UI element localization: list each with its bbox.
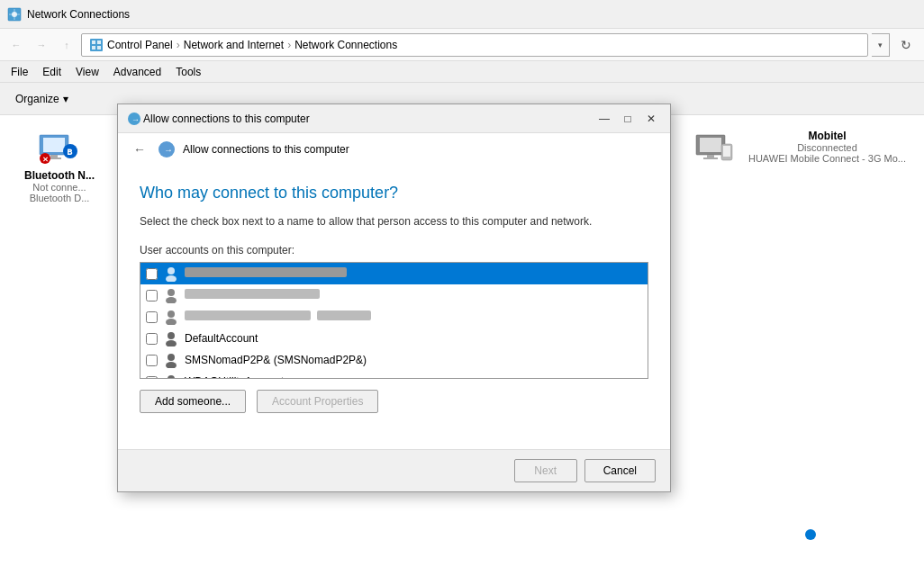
svg-point-34 (166, 340, 177, 346)
user-name-5: SMSNomadP2P& (SMSNomadP2P&) (185, 354, 367, 366)
user-name-1 (185, 267, 347, 280)
svg-text:→: → (164, 145, 173, 155)
dialog-actions: Add someone... Account Properties (140, 390, 648, 413)
user-list: DefaultAccount SMSNomadP2P& (SMSNomadP2P… (140, 262, 648, 379)
user-avatar-3 (163, 309, 179, 325)
dialog-overlay: → Allow connections to this computer — □… (0, 0, 924, 567)
user-checkbox-5[interactable] (146, 355, 158, 366)
user-avatar-4 (163, 330, 179, 346)
user-avatar-2 (163, 287, 179, 303)
user-checkbox-6[interactable] (146, 376, 158, 380)
svg-point-35 (168, 354, 175, 361)
user-avatar-5 (163, 352, 179, 368)
user-item[interactable] (140, 306, 648, 328)
dialog-nav-icon: → (158, 140, 176, 158)
user-checkbox-2[interactable] (146, 290, 158, 302)
svg-point-30 (166, 297, 177, 303)
svg-point-27 (168, 267, 175, 274)
dialog-minimize-button[interactable]: — (593, 110, 616, 128)
svg-point-33 (168, 332, 175, 339)
dialog-back-button[interactable]: ← (129, 139, 150, 160)
dialog-footer: Next Cancel (118, 449, 670, 491)
user-name-4: DefaultAccount (185, 332, 258, 345)
user-avatar-6 (163, 374, 179, 379)
dialog-nav-bar: ← → Allow connections to this computer (118, 133, 670, 166)
user-avatar-1 (163, 266, 179, 282)
user-item[interactable]: DefaultAccount (140, 328, 648, 349)
svg-point-31 (168, 310, 175, 318)
user-checkbox-1[interactable] (146, 268, 158, 280)
user-item[interactable] (140, 263, 648, 284)
svg-point-32 (166, 319, 177, 325)
dialog-title-icon: → (125, 110, 143, 128)
add-someone-button[interactable]: Add someone... (140, 390, 246, 413)
user-checkbox-4[interactable] (146, 333, 158, 345)
user-checkbox-3[interactable] (146, 311, 158, 323)
user-name-6: WDAGUtilityAccount (185, 375, 284, 379)
user-item[interactable] (140, 284, 648, 306)
user-name-2 (185, 289, 320, 302)
cancel-button[interactable]: Cancel (584, 459, 656, 482)
svg-point-28 (166, 275, 177, 282)
user-list-label: User accounts on this computer: (140, 244, 648, 256)
dialog-heading: Who may connect to this computer? (140, 184, 648, 202)
user-item[interactable]: WDAGUtilityAccount (140, 371, 648, 379)
svg-point-37 (168, 375, 175, 379)
dialog-close-button[interactable]: ✕ (639, 110, 663, 128)
dialog-maximize-button[interactable]: □ (616, 110, 639, 128)
svg-point-36 (166, 362, 177, 368)
account-properties-button[interactable]: Account Properties (257, 390, 378, 413)
dialog-body: Who may connect to this computer? Select… (118, 166, 670, 431)
dialog-title-text: Allow connections to this computer (143, 112, 593, 125)
user-name-3 (185, 310, 371, 323)
dialog-description: Select the check box next to a name to a… (140, 213, 648, 230)
svg-point-29 (168, 289, 175, 296)
svg-text:→: → (131, 115, 140, 124)
next-button[interactable]: Next (514, 459, 577, 482)
user-item[interactable]: SMSNomadP2P& (SMSNomadP2P&) (140, 349, 648, 371)
dialog-nav-title: Allow connections to this computer (183, 143, 349, 156)
dialog: → Allow connections to this computer — □… (117, 104, 671, 492)
dialog-title-bar: → Allow connections to this computer — □… (118, 104, 670, 133)
